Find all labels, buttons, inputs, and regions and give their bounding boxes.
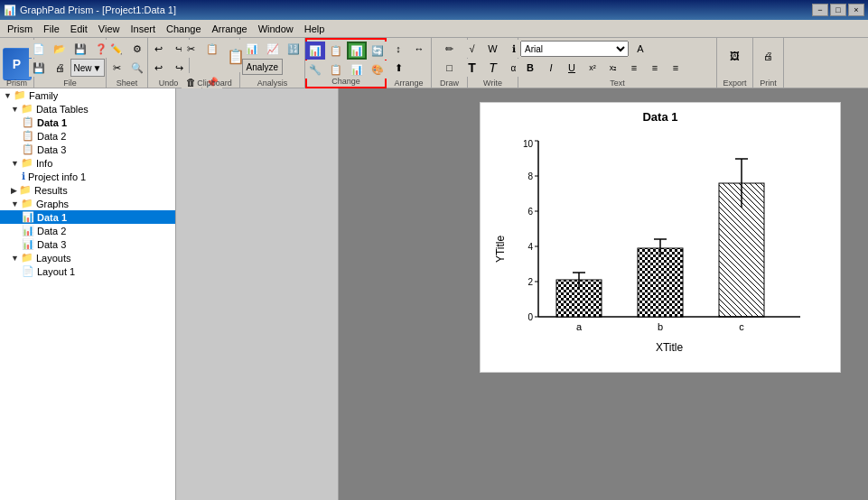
analyze-btn[interactable]: Analyze xyxy=(242,59,284,75)
sidebar-item-data-tables[interactable]: ▼ 📁 Data Tables xyxy=(0,102,175,116)
font-color-btn[interactable]: A xyxy=(630,40,650,58)
change-btn8[interactable]: 🎨 xyxy=(368,60,387,79)
close-button[interactable]: × xyxy=(848,4,864,16)
analysis-btn1[interactable]: 📊 xyxy=(242,40,262,58)
toolbar-write-section: √ W ℹ T T α Write xyxy=(468,38,518,88)
sidebar-item-family[interactable]: ▼ 📁 Family xyxy=(0,88,175,102)
change-btn6[interactable]: 📋 xyxy=(326,60,346,79)
draw-btn1[interactable]: ✏ xyxy=(440,40,460,58)
sheet-btn4[interactable]: 🔍 xyxy=(127,59,147,77)
sheet-btn3[interactable]: ✂ xyxy=(107,59,126,77)
save-btn[interactable]: 💾 xyxy=(70,40,90,58)
sheet-icon: 📋 xyxy=(22,130,34,142)
svg-text:8: 8 xyxy=(527,171,533,181)
underline-btn[interactable]: U xyxy=(562,59,582,77)
save2-btn[interactable]: 💾 xyxy=(29,59,49,77)
sheet-btn1[interactable]: ✏️ xyxy=(107,40,126,58)
sidebar-item-info[interactable]: ▼ 📁 Info xyxy=(0,156,175,170)
sidebar-item-layout1[interactable]: 📄 Layout 1 xyxy=(0,264,175,278)
minimize-button[interactable]: − xyxy=(812,4,828,16)
title-bar-controls[interactable]: − □ × xyxy=(812,4,864,16)
cut-btn[interactable]: ✂ xyxy=(182,40,201,58)
font-family-select[interactable]: Arial xyxy=(520,41,629,57)
new-label: New xyxy=(74,63,92,73)
data-tables-label: Data Tables xyxy=(36,104,89,115)
open-btn[interactable]: 📂 xyxy=(50,40,70,58)
write-btn2[interactable]: W xyxy=(483,40,503,58)
graph-data3-label: Data 3 xyxy=(37,239,66,250)
align-left-btn[interactable]: ≡ xyxy=(624,59,644,77)
draw-btn2[interactable]: □ xyxy=(440,59,460,77)
write-btn5[interactable]: T xyxy=(483,59,503,77)
print-btn[interactable]: 🖨 xyxy=(50,59,70,77)
data2-label: Data 2 xyxy=(37,131,66,142)
new-dropdown-btn[interactable]: New ▼ xyxy=(70,59,105,77)
maximize-button[interactable]: □ xyxy=(830,4,846,16)
menu-prism[interactable]: Prism xyxy=(2,22,38,36)
undo2-btn[interactable]: ↩ xyxy=(148,59,168,77)
prism-logo-btn[interactable]: P xyxy=(3,48,32,80)
graph-icon: 📊 xyxy=(22,211,34,223)
analysis-btn3[interactable]: 🔢 xyxy=(284,40,303,58)
graph-icon: 📊 xyxy=(22,238,34,250)
new-file-btn[interactable]: 📄 xyxy=(29,40,49,58)
analyze-label: Analyze xyxy=(247,62,279,72)
content-area: Data 1 YTitle 0 2 4 6 xyxy=(176,88,868,500)
menu-bar: Prism File Edit View Insert Change Arran… xyxy=(0,20,868,38)
write-btn1[interactable]: √ xyxy=(462,40,482,58)
write-btn4[interactable]: T xyxy=(462,59,482,77)
subscript-btn[interactable]: x₂ xyxy=(603,59,623,77)
main-layout: ▼ 📁 Family ▼ 📁 Data Tables 📋 Data 1 📋 Da… xyxy=(0,88,868,500)
change-btn3[interactable]: 📊 xyxy=(347,42,367,60)
arrange-btn3[interactable]: ⬆ xyxy=(388,59,408,77)
copy-btn[interactable]: 📋 xyxy=(202,40,222,58)
menu-edit[interactable]: Edit xyxy=(65,22,93,36)
sidebar-item-data3[interactable]: 📋 Data 3 xyxy=(0,143,175,156)
sheet-btn2[interactable]: ⚙ xyxy=(127,40,147,58)
menu-help[interactable]: Help xyxy=(299,22,331,36)
menu-view[interactable]: View xyxy=(93,22,126,36)
change-btn2[interactable]: 📋 xyxy=(326,42,346,60)
italic-btn[interactable]: I xyxy=(541,59,561,77)
change-btn4[interactable]: 🔄 xyxy=(368,42,387,60)
sidebar-item-graph-data3[interactable]: 📊 Data 3 xyxy=(0,237,175,251)
folder-icon: 📁 xyxy=(21,252,33,264)
export-btn[interactable]: 🖼 xyxy=(720,40,751,72)
expand-icon: ▼ xyxy=(11,254,19,263)
print2-btn[interactable]: 🖨 xyxy=(756,40,781,72)
sidebar-item-project-info[interactable]: ℹ Project info 1 xyxy=(0,170,175,183)
folder-icon: 📁 xyxy=(21,157,33,169)
sidebar-item-graph-data2[interactable]: 📊 Data 2 xyxy=(0,224,175,237)
change-btn5[interactable]: 🔧 xyxy=(305,60,325,79)
menu-window[interactable]: Window xyxy=(253,22,299,36)
menu-change[interactable]: Change xyxy=(161,22,207,36)
sidebar-item-layouts[interactable]: ▼ 📁 Layouts xyxy=(0,251,175,264)
align-right-btn[interactable]: ≡ xyxy=(666,59,686,77)
menu-file[interactable]: File xyxy=(38,22,65,36)
expand-icon: ▼ xyxy=(11,199,19,208)
sidebar-item-graph-data1[interactable]: 📊 Data 1 xyxy=(0,210,175,224)
graph-data1-label: Data 1 xyxy=(37,212,67,223)
project-info-label: Project info 1 xyxy=(28,171,86,182)
change-btn7[interactable]: 📊 xyxy=(347,60,367,79)
change-btn1[interactable]: 📊 xyxy=(305,42,325,60)
data1-label: Data 1 xyxy=(37,117,67,128)
bold-btn[interactable]: B xyxy=(520,59,540,77)
sidebar-item-data2[interactable]: 📋 Data 2 xyxy=(0,129,175,143)
graphs-label: Graphs xyxy=(36,199,69,209)
toolbar-print-section: 🖨 Print xyxy=(753,38,784,88)
menu-arrange[interactable]: Arrange xyxy=(207,22,253,36)
superscript-btn[interactable]: x² xyxy=(583,59,602,77)
toolbar-export-section: 🖼 Export xyxy=(717,38,753,88)
undo-btn[interactable]: ↩ xyxy=(148,40,168,58)
sidebar-item-graphs[interactable]: ▼ 📁 Graphs xyxy=(0,197,175,210)
sidebar-item-data1[interactable]: 📋 Data 1 xyxy=(0,116,175,129)
align-center-btn[interactable]: ≡ xyxy=(645,59,665,77)
menu-insert[interactable]: Insert xyxy=(125,22,161,36)
arrange-btn1[interactable]: ↕ xyxy=(388,40,408,58)
analysis-btn2[interactable]: 📈 xyxy=(263,40,283,58)
app-icon: 📊 xyxy=(4,5,16,16)
arrange-btn2[interactable]: ↔ xyxy=(409,40,429,58)
graph-panel[interactable]: Data 1 YTitle 0 2 4 6 xyxy=(480,102,841,373)
sidebar-item-results[interactable]: ▶ 📁 Results xyxy=(0,183,175,197)
